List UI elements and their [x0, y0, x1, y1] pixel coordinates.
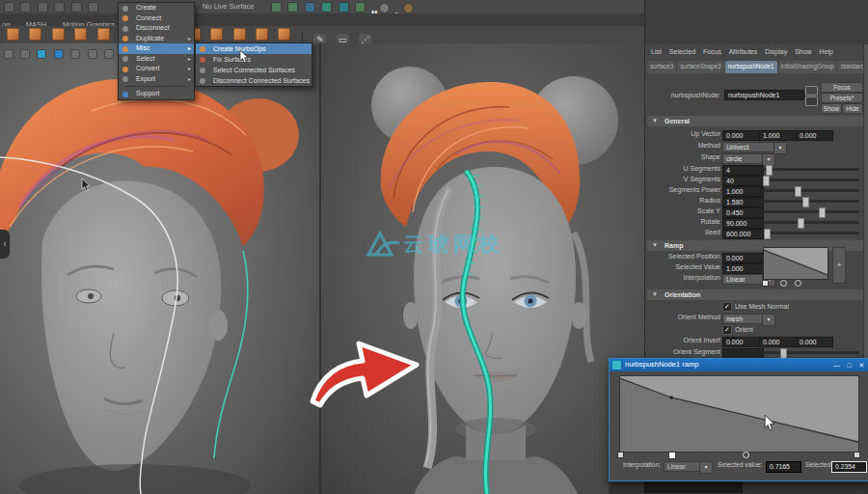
shape-dropdown[interactable]: circle — [722, 153, 764, 164]
ramp-entry-marker[interactable] — [780, 280, 787, 287]
ipr-render-icon[interactable] — [287, 2, 298, 13]
u-segments-slider[interactable] — [763, 168, 859, 171]
render-settings-icon[interactable] — [305, 2, 315, 13]
texture-view-icon[interactable] — [321, 2, 332, 13]
submenu-item-create-nurbsops[interactable]: Create NurbsOps — [196, 43, 312, 54]
ramp-window-titlebar[interactable]: nurbspushNode1 ramp — □ ✕ — [610, 359, 868, 371]
mash-dynamics-icon[interactable] — [52, 28, 65, 41]
rw-selected-value-field[interactable]: 0.7165 — [766, 461, 801, 473]
hypershade-icon[interactable] — [339, 2, 349, 13]
vp-wireframe-icon[interactable] — [104, 49, 114, 59]
ae-menu-list[interactable]: List — [651, 48, 662, 55]
selected-value-field[interactable]: 1.000 — [722, 263, 764, 274]
vp-light-icon[interactable] — [54, 49, 64, 59]
rw-selected-position-field[interactable]: 0.2354 — [831, 461, 867, 473]
up-vector-z-field[interactable]: 0.000 — [796, 130, 833, 141]
radius-field[interactable]: 1.580 — [722, 197, 764, 207]
add-ramp-entry-button[interactable]: + — [832, 247, 846, 284]
menu-item-create[interactable]: Create — [119, 3, 194, 14]
vp-shading-icon[interactable] — [70, 49, 80, 59]
menu-item-export[interactable]: Export▸ — [119, 74, 194, 85]
snap-view-plane-icon[interactable] — [71, 2, 82, 13]
ae-menu-help[interactable]: Help — [820, 48, 833, 55]
radius-slider[interactable] — [763, 200, 859, 203]
mash-color-icon[interactable] — [74, 28, 87, 41]
vp-textured-icon[interactable] — [88, 49, 97, 59]
vp-camera-icon[interactable] — [37, 49, 46, 59]
notification-icon[interactable] — [403, 3, 414, 14]
copy-tab-icon[interactable] — [805, 96, 818, 106]
ae-menu-show[interactable]: Show — [795, 48, 812, 55]
make-live-icon[interactable] — [88, 2, 98, 13]
tab-initialshadinggroup[interactable]: initialShadingGroup — [778, 61, 837, 73]
mash-network-icon[interactable] — [7, 28, 19, 41]
ae-menu-selected[interactable]: Selected — [669, 48, 695, 55]
focus-button[interactable]: Focus — [821, 82, 863, 93]
submenu-item-select-connected[interactable]: Select Connected Surfaces — [196, 65, 312, 75]
ramp-key-marker-mid[interactable] — [743, 452, 749, 458]
ramp-key-marker-selected[interactable] — [668, 452, 676, 459]
snap-point-icon[interactable] — [38, 2, 48, 13]
select-node-icon[interactable] — [805, 86, 818, 96]
viewport-left[interactable] — [0, 43, 319, 494]
use-mesh-normal-checkbox[interactable]: ✓ — [722, 302, 732, 312]
mash-visibility-icon[interactable] — [233, 28, 246, 41]
menu-item-connect[interactable]: Connect — [119, 14, 194, 24]
ramp-curve-graph[interactable] — [619, 375, 859, 453]
orient-checkbox[interactable]: ✓ — [722, 325, 732, 335]
menu-item-duplicate[interactable]: Duplicate▸ — [119, 34, 194, 44]
vp-lattice-icon[interactable] — [20, 49, 30, 59]
mash-curve-icon[interactable] — [97, 28, 110, 41]
render-icon[interactable] — [271, 2, 282, 13]
mash-symmetry-icon[interactable] — [210, 28, 223, 41]
menu-item-disconnect[interactable]: Disconnect — [119, 23, 194, 34]
general-section-header[interactable]: ▼ General — [647, 116, 868, 126]
orient-invert-y-field[interactable]: 0.000 — [759, 337, 797, 347]
segments-power-slider[interactable] — [763, 189, 859, 192]
ramp-entry-marker[interactable] — [762, 280, 769, 287]
orient-segment-slider[interactable] — [763, 351, 859, 354]
menu-item-misc[interactable]: Misc▸ — [119, 43, 194, 54]
selected-position-field[interactable]: 0.000 — [722, 253, 764, 263]
snap-projected-center-icon[interactable] — [54, 2, 65, 13]
sign-in-avatar-icon[interactable] — [379, 3, 390, 14]
submenu-item-fix-surfaces[interactable]: Fix Surfaces — [196, 54, 312, 65]
render-sequence-icon[interactable] — [355, 2, 366, 13]
presets-button[interactable]: Presets* — [821, 93, 863, 103]
ae-menu-focus[interactable]: Focus — [703, 48, 721, 55]
seed-field[interactable]: 600.000 — [722, 229, 764, 239]
maximize-button[interactable]: □ — [844, 360, 854, 370]
rotate-slider[interactable] — [763, 221, 859, 224]
tab-surface3[interactable]: surface3 — [647, 61, 676, 73]
tab-surfaceshape3[interactable]: surfaceShape3 — [677, 61, 723, 73]
segments-power-field[interactable]: 1.000 — [722, 186, 764, 197]
up-vector-y-field[interactable]: 1.000 — [759, 130, 797, 141]
viewport-center[interactable] — [319, 43, 646, 494]
mash-world-icon[interactable] — [256, 28, 268, 41]
interpolation-dropdown[interactable]: Linear — [722, 274, 764, 285]
close-button[interactable]: ✕ — [856, 360, 867, 370]
menu-item-select[interactable]: Select▸ — [119, 54, 194, 65]
mash-distribute-icon[interactable] — [29, 28, 41, 41]
menu-item-convert[interactable]: Convert▸ — [119, 64, 194, 74]
orient-invert-z-field[interactable]: 0.000 — [796, 337, 833, 347]
snap-grid-icon[interactable] — [4, 2, 14, 13]
node-name-input[interactable]: nurbspushNode1 — [724, 90, 804, 100]
orient-method-dropdown[interactable]: mesh — [722, 314, 764, 324]
mash-id-icon[interactable] — [278, 28, 290, 41]
ramp-entry-marker[interactable] — [795, 280, 801, 287]
tab-nurbspushnode1[interactable]: nurbspushNode1 — [725, 61, 777, 73]
rw-interpolation-dropdown[interactable]: Linear — [664, 461, 701, 472]
seed-slider[interactable] — [763, 232, 859, 234]
v-segments-slider[interactable] — [763, 178, 859, 181]
ae-menu-display[interactable]: Display — [765, 48, 787, 55]
ramp-key-marker-0[interactable] — [617, 452, 624, 458]
ramp-preview[interactable] — [763, 247, 828, 280]
rw-interpolation-caret-icon[interactable]: ▾ — [699, 461, 713, 474]
snap-curve-icon[interactable] — [20, 2, 31, 13]
scale-y-slider[interactable] — [763, 210, 859, 213]
show-button[interactable]: Show — [821, 103, 842, 114]
orientation-section-header[interactable]: ▼ Orientation — [647, 289, 868, 300]
u-segments-field[interactable]: 4 — [722, 165, 764, 176]
panel-collapse-arrow[interactable]: ‹ — [0, 230, 10, 259]
